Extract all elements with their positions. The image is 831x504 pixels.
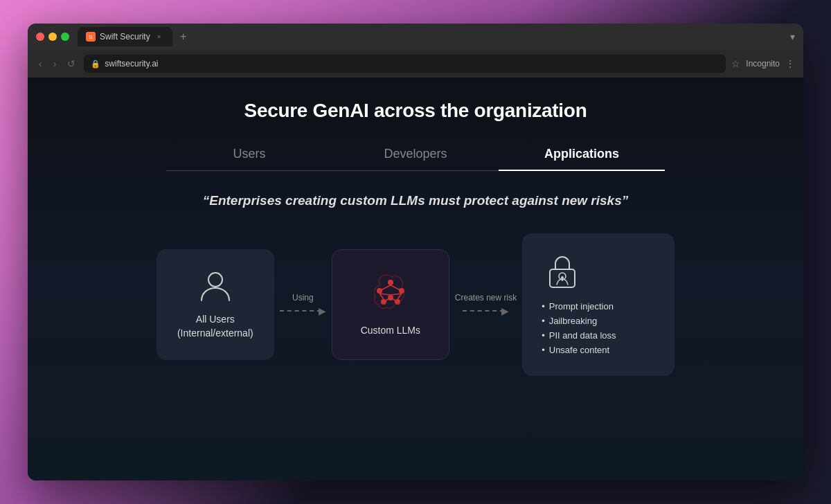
users-card: All Users (Internal/external) xyxy=(157,249,274,360)
close-button[interactable] xyxy=(36,33,44,41)
svg-point-0 xyxy=(208,273,222,287)
svg-point-2 xyxy=(377,288,382,294)
svg-line-8 xyxy=(391,285,402,291)
svg-point-1 xyxy=(388,280,393,285)
tab-developers[interactable]: Developers xyxy=(332,147,499,170)
arrow-using-label: Using xyxy=(292,293,314,303)
users-label-1: All Users xyxy=(196,313,235,327)
risk-item-2: Jailbreaking xyxy=(542,316,616,326)
address-actions: ☆ Incognito ⋮ xyxy=(731,58,795,69)
arrow-risk-label: Creates new risk xyxy=(455,293,517,303)
arrowhead-2: ▶ xyxy=(501,305,509,316)
browser-tab[interactable]: S Swift Security × xyxy=(78,27,172,46)
new-tab-button[interactable]: + xyxy=(175,28,192,45)
svg-line-12 xyxy=(391,294,402,295)
tabs-nav: Users Developers Applications xyxy=(166,147,665,171)
address-bar: ‹ › ↺ 🔒 swiftsecurity.ai ☆ Incognito ⋮ xyxy=(28,50,803,78)
risks-card: Prompt injection Jailbreaking PII and da… xyxy=(522,233,674,376)
bookmark-icon[interactable]: ☆ xyxy=(731,58,740,69)
url-bar[interactable]: 🔒 swiftsecurity.ai xyxy=(84,55,726,73)
tab-bar: S Swift Security × + xyxy=(78,27,790,46)
page-title: Secure GenAI across the organization xyxy=(244,100,587,122)
hacker-icon xyxy=(542,250,583,291)
arrow-using: Using ▶ xyxy=(274,293,332,316)
arrow-line-1: ▶ xyxy=(280,305,326,316)
tab-close-button[interactable]: × xyxy=(154,32,164,42)
tab-users[interactable]: Users xyxy=(166,147,332,170)
tab-title: Swift Security xyxy=(100,32,150,42)
risk-list: Prompt injection Jailbreaking PII and da… xyxy=(542,301,616,359)
url-text: swiftsecurity.ai xyxy=(105,59,158,69)
back-button[interactable]: ‹ xyxy=(36,55,45,72)
llm-card: Custom LLMs xyxy=(332,249,449,360)
svg-line-10 xyxy=(379,294,391,295)
arrow-line-2: ▶ xyxy=(463,305,509,316)
browser-window: S Swift Security × + ▾ ‹ › ↺ 🔒 swiftsecu… xyxy=(28,24,803,480)
arrow-risk: Creates new risk ▶ xyxy=(449,293,522,316)
maximize-button[interactable] xyxy=(61,33,69,41)
tab-applications[interactable]: Applications xyxy=(499,147,665,171)
lock-icon: 🔒 xyxy=(91,60,100,69)
title-bar: S Swift Security × + ▾ xyxy=(28,24,803,50)
forward-button[interactable]: › xyxy=(51,55,60,72)
minimize-button[interactable] xyxy=(48,33,57,41)
quote-text: “Enterprises creating custom LLMs must p… xyxy=(203,193,629,208)
incognito-label: Incognito xyxy=(746,59,780,69)
dropdown-icon[interactable]: ▾ xyxy=(790,31,795,42)
diagram: All Users (Internal/external) Using ▶ xyxy=(145,233,686,376)
svg-rect-18 xyxy=(562,278,563,281)
users-label-2: (Internal/external) xyxy=(177,327,253,341)
page-content: Secure GenAI across the organization Use… xyxy=(28,78,803,480)
menu-icon[interactable]: ⋮ xyxy=(785,58,795,69)
traffic-lights xyxy=(36,33,69,41)
risk-item-3: PII and data loss xyxy=(542,330,616,341)
tab-favicon: S xyxy=(86,32,96,42)
refresh-button[interactable]: ↺ xyxy=(64,55,78,72)
brain-icon xyxy=(368,271,413,316)
svg-line-7 xyxy=(379,285,391,291)
risk-item-4: Unsafe content xyxy=(542,345,616,355)
user-icon xyxy=(197,269,233,305)
llm-label: Custom LLMs xyxy=(361,324,420,338)
risk-item-1: Prompt injection xyxy=(542,301,616,312)
arrowhead-1: ▶ xyxy=(319,305,326,316)
